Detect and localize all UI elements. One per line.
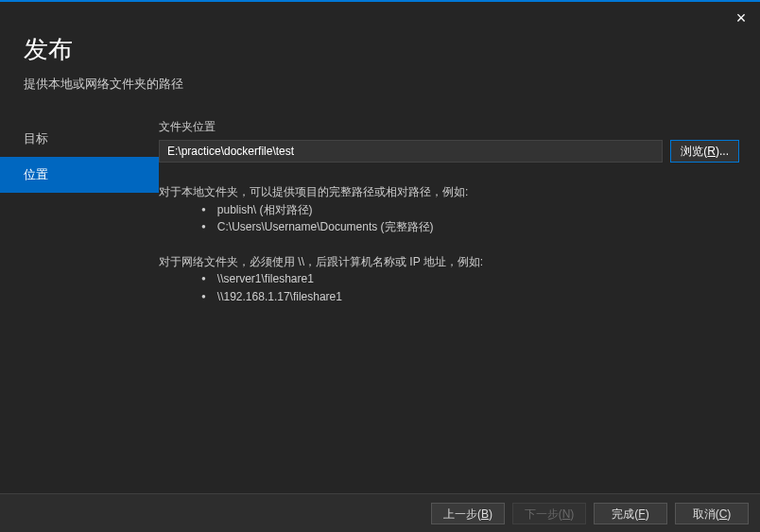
help-text: 对于本地文件夹，可以提供项目的完整路径或相对路径，例如: publish\ (相… xyxy=(159,183,739,306)
page-title: 发布 xyxy=(24,33,736,66)
sidebar: 目标 位置 xyxy=(0,121,159,306)
help-bullet-publish: publish\ (相对路径) xyxy=(201,201,739,219)
header: 发布 提供本地或网络文件夹的路径 xyxy=(0,2,760,93)
help-local-intro: 对于本地文件夹，可以提供项目的完整路径或相对路径，例如: xyxy=(159,183,739,201)
page-subtitle: 提供本地或网络文件夹的路径 xyxy=(24,76,736,93)
sidebar-item-location[interactable]: 位置 xyxy=(0,157,159,193)
footer: 上一步(B) 下一步(N) 完成(F) 取消(C) xyxy=(0,493,760,532)
next-button: 下一步(N) xyxy=(512,503,586,524)
cancel-button[interactable]: 取消(C) xyxy=(675,503,749,524)
sidebar-item-label: 位置 xyxy=(24,167,48,181)
finish-button[interactable]: 完成(F) xyxy=(594,503,667,524)
prev-button[interactable]: 上一步(B) xyxy=(431,503,505,524)
help-bullet-ip: \\192.168.1.17\fileshare1 xyxy=(201,288,739,306)
folder-path-input[interactable] xyxy=(159,140,663,163)
browse-button[interactable]: 浏览(R)... xyxy=(670,140,739,163)
main-panel: 文件夹位置 浏览(R)... 对于本地文件夹，可以提供项目的完整路径或相对路径，… xyxy=(159,121,760,306)
folder-location-label: 文件夹位置 xyxy=(159,119,739,135)
sidebar-item-label: 目标 xyxy=(24,131,48,146)
help-network-intro: 对于网络文件夹，必须使用 \\，后跟计算机名称或 IP 地址，例如: xyxy=(159,253,739,271)
close-icon[interactable]: × xyxy=(732,9,751,28)
sidebar-item-target[interactable]: 目标 xyxy=(0,121,159,157)
help-bullet-server: \\server1\fileshare1 xyxy=(201,270,739,288)
help-bullet-fullpath: C:\Users\Username\Documents (完整路径) xyxy=(201,218,739,236)
